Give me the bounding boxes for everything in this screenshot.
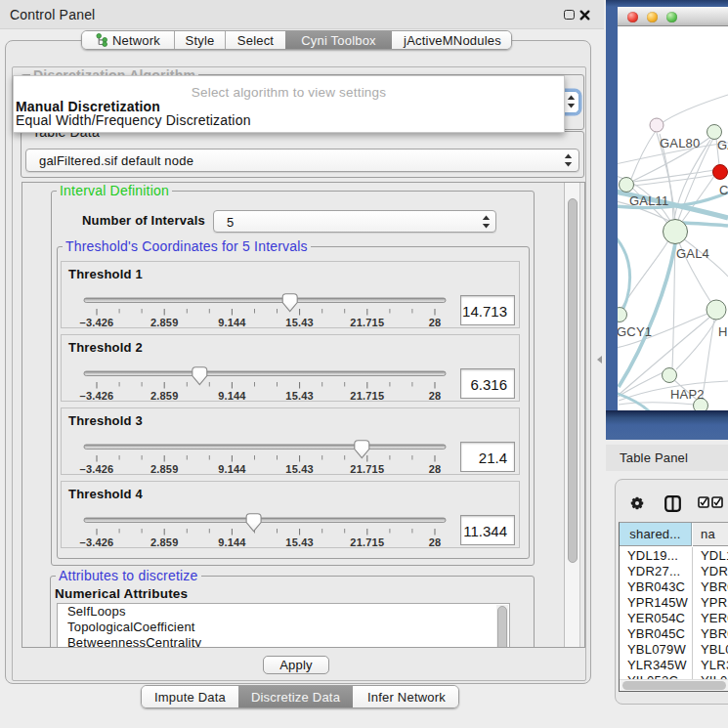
svg-text:HAP2: HAP2	[670, 387, 705, 402]
svg-text:2.859: 2.859	[150, 317, 179, 328]
svg-text:15.43: 15.43	[285, 463, 314, 475]
svg-text:–3.426: –3.426	[80, 390, 114, 402]
svg-text:GA: GA	[717, 138, 728, 152]
svg-text:9.144: 9.144	[218, 317, 246, 328]
svg-text:21.715: 21.715	[350, 317, 384, 328]
svg-text:C.: C.	[719, 183, 728, 197]
svg-text:28: 28	[429, 317, 442, 328]
svg-text:–3.426: –3.426	[80, 536, 114, 548]
svg-text:9.144: 9.144	[218, 463, 246, 475]
svg-text:28: 28	[429, 463, 442, 475]
svg-text:2.859: 2.859	[150, 390, 179, 402]
svg-text:9.144: 9.144	[218, 390, 246, 402]
svg-text:21.715: 21.715	[350, 390, 384, 402]
svg-text:9.144: 9.144	[218, 536, 246, 548]
svg-text:21.715: 21.715	[350, 536, 384, 548]
svg-text:2.859: 2.859	[150, 463, 179, 475]
svg-text:28: 28	[429, 390, 442, 402]
svg-text:15.43: 15.43	[285, 536, 314, 548]
svg-text:GAL11: GAL11	[629, 193, 669, 208]
svg-text:H: H	[718, 324, 728, 339]
svg-text:GCY1: GCY1	[618, 324, 652, 339]
svg-text:–3.426: –3.426	[80, 463, 114, 475]
svg-text:2.859: 2.859	[150, 536, 179, 548]
svg-text:15.43: 15.43	[285, 390, 314, 402]
svg-text:GAL80: GAL80	[660, 136, 700, 150]
svg-text:–3.426: –3.426	[80, 317, 114, 328]
svg-text:28: 28	[429, 536, 442, 548]
svg-text:15.43: 15.43	[285, 317, 314, 328]
svg-text:21.715: 21.715	[350, 463, 384, 475]
svg-text:GAL4: GAL4	[676, 246, 709, 261]
